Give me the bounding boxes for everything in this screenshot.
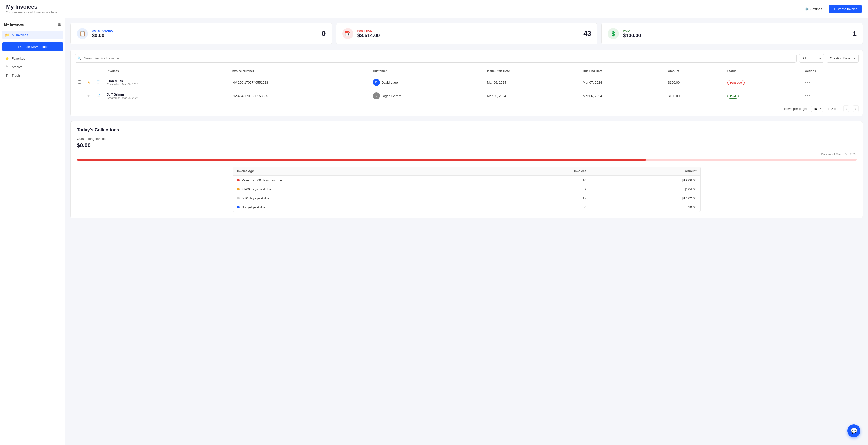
age-label-3: Not yet past due (233, 203, 492, 212)
sidebar-nav: 📁 All Invoices (0, 30, 65, 40)
star-button-0[interactable]: ★ (87, 80, 90, 84)
age-amount-0: $1,006.00 (590, 176, 701, 185)
past-due-count: 43 (583, 30, 591, 38)
select-all-checkbox[interactable] (78, 69, 81, 72)
create-folder-button[interactable]: + Create New Folder (2, 42, 63, 51)
sidebar-item-favorites[interactable]: ⭐ Favorites (2, 54, 63, 63)
header: My Invoices You can see your all Invoice… (0, 0, 868, 18)
invoice-name-1: Jeff Grimm (107, 93, 225, 96)
layout-icon: ▦ (57, 22, 61, 26)
issue-date-1: Mar 05, 2024 (484, 89, 580, 103)
stat-card-past-due: 📅 PAST DUE $3,514.00 43 (336, 23, 598, 44)
age-dot-3 (237, 206, 240, 208)
outstanding-invoices-amount: $0.00 (77, 142, 857, 148)
progress-bar (77, 159, 857, 161)
age-col-amount: Amount (590, 167, 701, 176)
actions-button-0[interactable]: ••• (805, 80, 811, 85)
age-invoices-3: 0 (492, 203, 590, 212)
folder-icon: 📁 (4, 33, 9, 37)
age-col-invoices: Invoices (492, 167, 590, 176)
prev-page-button[interactable]: ‹ (843, 105, 849, 112)
issue-date-0: Mar 06, 2024 (484, 76, 580, 89)
amount-0: $100.00 (665, 76, 724, 89)
age-amount-3: $0.00 (590, 203, 701, 212)
create-invoice-button[interactable]: + Create Invoice (829, 5, 862, 13)
sidebar-title: My Invoices (4, 22, 24, 26)
page-subtitle: You can see your all Invoice data here. (6, 10, 58, 14)
customer-name-0: David Lage (381, 81, 398, 84)
invoice-name-0: Elon Musk (107, 79, 225, 83)
archive-icon: 🗄 (4, 65, 9, 69)
paid-icon: 💲 (608, 28, 619, 39)
search-icon: 🔍 (77, 56, 82, 60)
outstanding-amount: $0.00 (92, 33, 318, 38)
paid-amount: $100.00 (623, 33, 848, 38)
age-dot-2 (237, 197, 240, 199)
collections-section: Today's Collections Outstanding Invoices… (70, 121, 863, 218)
progress-bar-fill (77, 159, 646, 161)
col-actions: Actions (802, 67, 859, 76)
star-icon: ⭐ (4, 56, 9, 60)
chat-icon: 💬 (850, 427, 858, 434)
age-amount-1: $504.00 (590, 185, 701, 194)
age-amount-2: $1,502.00 (590, 194, 701, 203)
page-title: My Invoices (6, 3, 58, 10)
rows-per-page-select[interactable]: 10 25 50 (811, 106, 824, 112)
row-checkbox-0[interactable] (78, 80, 81, 84)
sidebar: My Invoices ▦ 📁 All Invoices + Create Ne… (0, 18, 65, 445)
sidebar-item-archive[interactable]: 🗄 Archive (2, 63, 63, 71)
chat-fab-button[interactable]: 💬 (847, 424, 861, 438)
invoice-number-0: INV-260-1709740551528 (228, 76, 370, 89)
rows-per-page-label: Rows per page: (784, 107, 807, 111)
collections-title: Today's Collections (77, 128, 857, 133)
doc-icon-1: 📄 (96, 94, 101, 98)
past-due-icon: 📅 (342, 28, 353, 39)
settings-button[interactable]: ⚙️ Settings (801, 5, 827, 13)
body-layout: My Invoices ▦ 📁 All Invoices + Create Ne… (0, 18, 868, 445)
paid-count: 1 (852, 30, 857, 38)
stat-card-outstanding: 📋 OUTSTANDING $0.00 0 (70, 23, 332, 44)
sidebar-toggle-button[interactable]: ▦ (57, 22, 61, 27)
doc-icon-0: 📄 (96, 80, 101, 84)
outstanding-invoices-label: Outstanding Invoices (77, 137, 857, 141)
past-due-amount: $3,514.00 (358, 33, 580, 38)
gear-icon: ⚙️ (805, 7, 809, 11)
col-invoices: Invoices (104, 67, 228, 76)
search-input[interactable] (75, 54, 797, 63)
sidebar-item-all-invoices[interactable]: 📁 All Invoices (2, 31, 63, 39)
sidebar-header: My Invoices ▦ (0, 22, 65, 30)
actions-button-1[interactable]: ••• (805, 94, 811, 98)
age-label-2: 0-30 days past due (233, 194, 492, 203)
customer-avatar-0: D (373, 79, 380, 86)
status-badge-1: Paid (727, 94, 739, 99)
table-row: ★ 📄 Elon Musk Created on: Mar 06, 2024 I… (75, 76, 859, 89)
invoice-created-1: Created on: Mar 05, 2024 (107, 96, 225, 99)
age-label-0: More than 60 days past due (233, 176, 492, 185)
main-content: 📋 OUTSTANDING $0.00 0 📅 PAST DUE $3,514.… (65, 18, 868, 445)
age-table-row: More than 60 days past due 10 $1,006.00 (233, 176, 701, 185)
age-dot-0 (237, 179, 240, 181)
app-layout: My Invoices You can see your all Invoice… (0, 0, 868, 445)
data-as-of: Data as of March 08, 2024 (77, 152, 857, 156)
age-dot-1 (237, 188, 240, 190)
age-table: Invoice Age Invoices Amount More than 60… (233, 167, 701, 212)
star-button-1[interactable]: ★ (87, 94, 90, 98)
age-label-1: 31-60 days past due (233, 185, 492, 194)
invoice-number-1: INV-434-1709650153655 (228, 89, 370, 103)
col-amount: Amount (665, 67, 724, 76)
sort-select[interactable]: Creation Date Due Date Amount Status (827, 54, 859, 63)
col-status: Status (724, 67, 802, 76)
outstanding-label: OUTSTANDING (92, 29, 318, 32)
header-actions: ⚙️ Settings + Create Invoice (801, 5, 862, 13)
row-checkbox-1[interactable] (78, 94, 81, 97)
customer-cell-0: D David Lage (373, 79, 481, 86)
table-toolbar: 🔍 All Past Due Paid Draft Creation Date … (75, 54, 859, 63)
status-filter-select[interactable]: All Past Due Paid Draft (799, 54, 824, 63)
next-page-button[interactable]: › (853, 105, 859, 112)
search-input-wrap: 🔍 (75, 54, 797, 63)
past-due-label: PAST DUE (358, 29, 580, 32)
table-row: ★ 📄 Jeff Grimm Created on: Mar 05, 2024 … (75, 89, 859, 103)
outstanding-count: 0 (322, 30, 326, 38)
age-invoices-1: 9 (492, 185, 590, 194)
sidebar-item-trash[interactable]: 🗑 Trash (2, 71, 63, 80)
